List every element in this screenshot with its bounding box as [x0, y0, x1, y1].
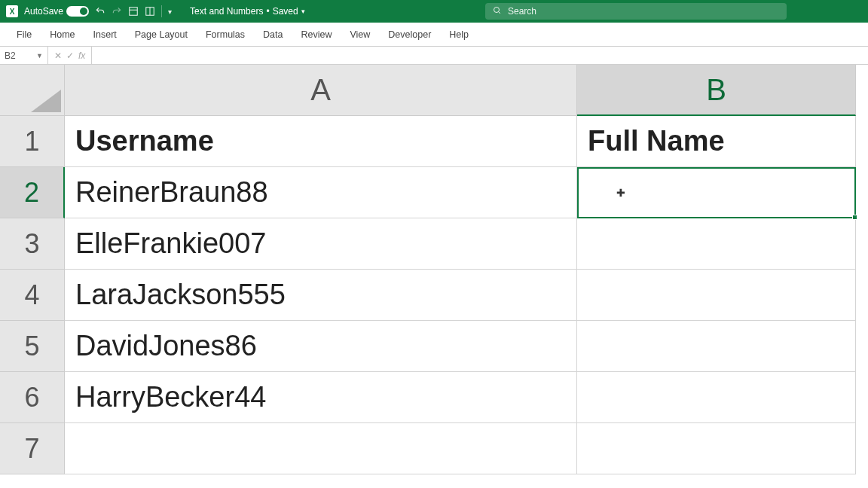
row-header-2[interactable]: 2 — [0, 167, 65, 218]
cell-B5[interactable] — [577, 321, 856, 372]
cell-A6[interactable]: HarryBecker44 — [65, 372, 577, 423]
svg-point-4 — [494, 7, 500, 12]
fx-icon[interactable]: fx — [78, 50, 85, 61]
tab-home[interactable]: Home — [41, 23, 84, 46]
cell-A2[interactable]: ReinerBraun88 — [65, 167, 577, 218]
row-header-5[interactable]: 5 — [0, 321, 65, 372]
tab-view[interactable]: View — [341, 23, 379, 46]
svg-line-5 — [499, 11, 501, 14]
autosave-toggle[interactable]: AutoSave — [24, 6, 89, 17]
cell-A5[interactable]: DavidJones86 — [65, 321, 577, 372]
row-header-6[interactable]: 6 — [0, 372, 65, 423]
qat-customize-icon[interactable]: ▾ — [168, 8, 172, 16]
row-header-3[interactable]: 3 — [0, 218, 65, 270]
separator — [161, 5, 162, 17]
cell-B2[interactable] — [577, 167, 856, 218]
search-placeholder: Search — [508, 6, 536, 17]
tab-data[interactable]: Data — [254, 23, 292, 46]
tab-review[interactable]: Review — [292, 23, 341, 46]
row-headers: 1 2 3 4 5 6 7 — [0, 116, 65, 474]
row-header-1[interactable]: 1 — [0, 116, 65, 167]
tab-file[interactable]: File — [8, 23, 41, 46]
undo-button[interactable] — [95, 6, 105, 17]
cell-A3[interactable]: ElleFrankie007 — [65, 218, 577, 270]
tab-insert[interactable]: Insert — [84, 23, 126, 46]
tab-help[interactable]: Help — [440, 23, 478, 46]
row-header-4[interactable]: 4 — [0, 270, 65, 321]
accept-formula-icon[interactable]: ✓ — [66, 50, 74, 61]
title-bar: X AutoSave ▾ Text and Numbers • Saved ▾ … — [0, 0, 868, 23]
column-headers: A B — [65, 65, 856, 116]
cell-B1[interactable]: Full Name — [577, 116, 856, 167]
chevron-down-icon[interactable]: ▼ — [36, 52, 43, 59]
cells: Username Full Name ReinerBraun88 ElleFra… — [65, 116, 856, 474]
tab-page-layout[interactable]: Page Layout — [126, 23, 197, 46]
redo-button[interactable] — [112, 6, 122, 17]
document-title[interactable]: Text and Numbers • Saved ▾ — [190, 6, 305, 17]
name-box[interactable]: B2 ▼ — [0, 47, 48, 64]
formula-input[interactable] — [92, 47, 868, 64]
cell-A7[interactable] — [65, 423, 577, 474]
ribbon-tabs: File Home Insert Page Layout Formulas Da… — [0, 23, 868, 47]
search-input[interactable]: Search — [485, 3, 787, 20]
tab-formulas[interactable]: Formulas — [197, 23, 254, 46]
qat-icon-2[interactable] — [145, 6, 155, 17]
excel-app-icon: X — [6, 5, 18, 17]
search-icon — [493, 6, 502, 17]
cell-A1[interactable]: Username — [65, 116, 577, 167]
cancel-formula-icon[interactable]: ✕ — [54, 50, 62, 61]
column-header-B[interactable]: B — [577, 65, 856, 116]
cell-B6[interactable] — [577, 372, 856, 423]
formula-bar: B2 ▼ ✕ ✓ fx — [0, 47, 868, 65]
select-all-button[interactable] — [0, 65, 65, 116]
toggle-switch-icon[interactable] — [66, 6, 89, 17]
autosave-label: AutoSave — [24, 6, 63, 17]
tab-developer[interactable]: Developer — [379, 23, 440, 46]
cell-B4[interactable] — [577, 270, 856, 321]
column-header-A[interactable]: A — [65, 65, 577, 116]
svg-rect-0 — [130, 8, 138, 16]
qat-icon-1[interactable] — [128, 6, 139, 17]
cell-B3[interactable] — [577, 218, 856, 270]
cell-B7[interactable] — [577, 423, 856, 474]
row-header-7[interactable]: 7 — [0, 423, 65, 474]
cell-A4[interactable]: LaraJackson555 — [65, 270, 577, 321]
chevron-down-icon: ▾ — [301, 8, 305, 15]
